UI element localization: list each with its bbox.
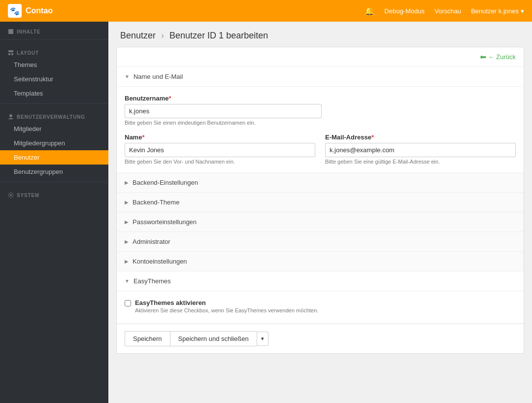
logo-icon: 🐾 (8, 4, 22, 18)
breadcrumb-part2: Benutzer ID 1 bearbeiten (169, 31, 268, 40)
easythemes-checkbox[interactable] (125, 300, 131, 306)
main-content: Benutzer › Benutzer ID 1 bearbeiten ⬅ ← … (108, 22, 532, 403)
layout-icon (8, 50, 14, 56)
section-title-administrator: Administrator (133, 238, 170, 245)
topbar-right: 🔔 Debug-Modus Vorschau Benutzer k.jones … (365, 6, 524, 16)
svg-rect-0 (8, 29, 13, 34)
sidebar-item-mitgliedergruppen[interactable]: Mitgliedergruppen (0, 136, 108, 150)
svg-rect-2 (8, 53, 10, 55)
chevron-backend-theme: ▶ (125, 200, 129, 205)
chevron-administrator: ▶ (125, 239, 129, 244)
user-icon (8, 114, 14, 120)
breadcrumb-part1: Benutzer (120, 31, 156, 40)
section-header-kontoeinstellungen[interactable]: ▶ Kontoeinstellungen (117, 252, 524, 271)
hint-name: Bitte geben Sie den Vor- und Nachnamen e… (125, 159, 315, 165)
logo: 🐾 Contao (8, 4, 53, 18)
section-header-easythemes[interactable]: ▼ EasyThemes (117, 271, 524, 291)
divider-layout (0, 103, 108, 104)
sidebar: INHALTE LAYOUT Themes Seitenstruktur Tem… (0, 22, 108, 403)
sidebar-item-templates[interactable]: Templates (0, 86, 108, 101)
sidebar-item-benutzergruppen[interactable]: Benutzergruppen (0, 165, 108, 179)
chevron-backend-einstellungen: ▶ (125, 180, 129, 185)
form-footer: Speichern Speichern und schließen ▾ (117, 324, 524, 353)
section-header-administrator[interactable]: ▶ Administrator (117, 232, 524, 252)
easythemes-checkbox-label[interactable]: EasyThemes aktivieren (135, 299, 206, 306)
section-title-passworteinstellungen: Passworteinstellungen (133, 218, 197, 226)
form-row-name-email-cols: Name* Bitte geben Sie den Vor- und Nachn… (125, 134, 516, 165)
required-name: * (142, 134, 144, 141)
sidebar-section-benutzerverwaltung: BENUTZERVERWALTUNG (0, 107, 108, 122)
easythemes-checkbox-content: EasyThemes aktivieren Aktivieren Sie die… (135, 299, 318, 313)
section-body-name-email: Benutzername* Bitte geben Sie einen eind… (117, 87, 524, 173)
svg-point-5 (10, 194, 12, 196)
debug-mode-link[interactable]: Debug-Modus (384, 7, 425, 15)
sidebar-item-mitglieder[interactable]: Mitglieder (0, 122, 108, 136)
panel-toolbar: ⬅ ← Zurück (117, 47, 524, 67)
breadcrumb-sep: › (161, 31, 164, 40)
form-col-name: Name* Bitte geben Sie den Vor- und Nachn… (125, 134, 315, 165)
easythemes-checkbox-row: EasyThemes aktivieren Aktivieren Sie die… (125, 299, 516, 313)
gear-icon (8, 192, 14, 198)
sidebar-item-benutzer[interactable]: Benutzer (0, 150, 108, 165)
svg-rect-3 (11, 53, 13, 55)
section-title-backend-einstellungen: Backend-Einstellungen (133, 179, 198, 186)
input-email[interactable] (325, 143, 516, 157)
chevron-easythemes: ▼ (125, 278, 130, 284)
page-header: Benutzer › Benutzer ID 1 bearbeiten (108, 22, 532, 47)
label-email: E-Mail-Adresse* (325, 134, 516, 141)
form-col-email: E-Mail-Adresse* Bitte geben Sie eine gül… (325, 134, 516, 165)
save-button[interactable]: Speichern (125, 331, 170, 346)
input-benutzername[interactable] (125, 104, 322, 118)
easythemes-checkbox-hint: Aktivieren Sie diese Checkbox, wenn Sie … (135, 307, 318, 313)
svg-point-4 (9, 114, 12, 117)
preview-link[interactable]: Vorschau (434, 7, 461, 15)
bell-icon[interactable]: 🔔 (365, 6, 374, 16)
sidebar-item-themes[interactable]: Themes (0, 58, 108, 72)
logo-text: Contao (26, 6, 53, 15)
page-icon (8, 29, 14, 34)
svg-rect-1 (8, 50, 13, 52)
user-menu[interactable]: Benutzer k.jones ▾ (471, 7, 524, 15)
section-title-kontoeinstellungen: Kontoeinstellungen (133, 258, 187, 265)
chevron-name-email: ▼ (125, 74, 130, 79)
app-body: INHALTE LAYOUT Themes Seitenstruktur Tem… (0, 22, 532, 403)
required-benutzername: * (169, 95, 171, 102)
divider-benutzerverwaltung (0, 182, 108, 182)
section-title-name-email: Name und E-Mail (133, 73, 183, 80)
section-header-backend-einstellungen[interactable]: ▶ Backend-Einstellungen (117, 173, 524, 193)
section-header-name-email[interactable]: ▼ Name und E-Mail (117, 67, 524, 87)
user-menu-chevron: ▾ (521, 7, 524, 15)
back-button[interactable]: ⬅ ← Zurück (480, 52, 516, 62)
section-title-backend-theme: Backend-Theme (133, 199, 179, 206)
hint-email: Bitte geben Sie eine gültige E-Mail-Adre… (325, 159, 516, 165)
edit-panel: ⬅ ← Zurück ▼ Name und E-Mail Benutzernam… (116, 47, 524, 354)
topbar: 🐾 Contao 🔔 Debug-Modus Vorschau Benutzer… (0, 0, 532, 22)
chevron-kontoeinstellungen: ▶ (125, 259, 129, 264)
save-close-button[interactable]: Speichern und schließen (170, 331, 257, 346)
sidebar-section-system: SYSTEM (0, 185, 108, 200)
section-header-backend-theme[interactable]: ▶ Backend-Theme (117, 193, 524, 212)
hint-benutzername: Bitte geben Sie einen eindeutigen Benutz… (125, 120, 516, 126)
sidebar-section-inhalte: INHALTE (0, 22, 108, 36)
sidebar-section-layout: LAYOUT (0, 43, 108, 58)
save-dropdown-button[interactable]: ▾ (257, 332, 268, 346)
required-email: * (371, 134, 374, 141)
section-body-easythemes: EasyThemes aktivieren Aktivieren Sie die… (117, 291, 524, 324)
breadcrumb: Benutzer › Benutzer ID 1 bearbeiten (120, 31, 520, 41)
divider-inhalte (0, 39, 108, 40)
save-dropdown-icon: ▾ (261, 336, 264, 341)
input-name[interactable] (125, 143, 315, 157)
label-name: Name* (125, 134, 315, 141)
user-label: Benutzer k.jones (471, 7, 519, 15)
section-title-easythemes: EasyThemes (133, 277, 171, 285)
label-benutzername: Benutzername* (125, 95, 516, 102)
back-arrow-icon: ⬅ (480, 52, 486, 62)
sidebar-item-seitenstruktur[interactable]: Seitenstruktur (0, 72, 108, 86)
section-header-passworteinstellungen[interactable]: ▶ Passworteinstellungen (117, 212, 524, 232)
chevron-passworteinstellungen: ▶ (125, 219, 129, 225)
form-row-benutzername: Benutzername* Bitte geben Sie einen eind… (125, 95, 516, 126)
